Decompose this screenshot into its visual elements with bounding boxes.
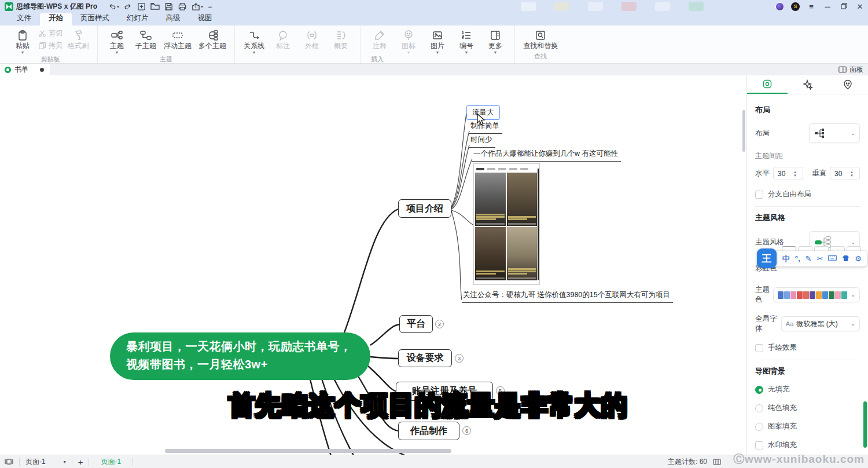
- central-topic[interactable]: 暴利项目，一天花俩小时，玩励志书单号，视频带图书，一月轻松3w+: [110, 332, 370, 380]
- view-columns-icon[interactable]: [713, 459, 721, 465]
- relation-line-button[interactable]: 关系线▼: [241, 28, 267, 54]
- ime-language-icon[interactable]: 中: [782, 255, 790, 262]
- format-painter-button[interactable]: 格式刷: [65, 28, 91, 50]
- restore-button[interactable]: [839, 2, 848, 11]
- note-button[interactable]: 注释: [366, 28, 393, 50]
- tab-view[interactable]: 视图: [189, 12, 221, 25]
- new-file-button[interactable]: [137, 2, 146, 11]
- branch-topic-project-intro[interactable]: 项目介绍: [398, 199, 451, 218]
- branch-topic-platform[interactable]: 平台: [399, 315, 433, 333]
- tab-page-style[interactable]: 页面样式: [72, 12, 118, 25]
- bg-pattern-fill-radio[interactable]: [755, 423, 763, 431]
- video-subtitle-overlay: 首先咱这个项目的流量是非常大的: [0, 388, 746, 423]
- panel-toggle-button[interactable]: 面板: [838, 64, 863, 75]
- mindmap-canvas[interactable]: 暴利项目，一天花俩小时，玩励志书单号，视频带图书，一月轻松3w+ 项目介绍 平台…: [0, 75, 746, 455]
- branch-topic-production[interactable]: 作品制作: [398, 422, 459, 440]
- horizontal-spacing-stepper[interactable]: ▲▼: [773, 167, 803, 180]
- share-button[interactable]: ▾: [192, 2, 203, 11]
- icon-button[interactable]: 图标▼: [395, 28, 422, 54]
- undo-dropdown-caret[interactable]: ▾: [117, 4, 119, 9]
- feed-thumbnail: [475, 227, 506, 280]
- stepper-arrows[interactable]: ▲▼: [793, 170, 797, 177]
- redo-button[interactable]: [124, 2, 133, 10]
- floating-topic-button[interactable]: 浮动主题: [161, 28, 194, 50]
- theme-color-dropdown[interactable]: ⌄: [773, 287, 860, 302]
- subtopic-less-time[interactable]: 时间少: [469, 135, 495, 148]
- page-tab-active[interactable]: 页面-1: [95, 457, 127, 467]
- vertical-spacing-input[interactable]: [830, 170, 849, 178]
- tab-home[interactable]: 开始: [40, 12, 72, 25]
- close-button[interactable]: ✕: [855, 2, 865, 11]
- share-dropdown-caret[interactable]: ▾: [201, 4, 203, 9]
- bg-solid-fill-radio[interactable]: [755, 404, 763, 412]
- topic-button[interactable]: 主题▼: [104, 28, 130, 54]
- subtopic-easy-to-make[interactable]: 制作简单: [469, 121, 502, 134]
- ime-logo-icon[interactable]: 王: [757, 248, 777, 268]
- ime-skin-icon[interactable]: [842, 255, 849, 263]
- ime-keyboard-icon[interactable]: [828, 255, 837, 262]
- panel-scrollbar[interactable]: [863, 401, 867, 448]
- free-branch-layout-label: 分支自由布局: [768, 189, 811, 199]
- horizontal-spacing-input[interactable]: [774, 170, 792, 178]
- collapsed-count-badge[interactable]: 2: [435, 320, 444, 328]
- bg-no-fill-radio[interactable]: [755, 386, 763, 394]
- tab-advanced[interactable]: 高级: [157, 12, 189, 25]
- summary-button[interactable]: 概要: [328, 28, 354, 50]
- subtopic-official-account[interactable]: 关注公众号：硬核九哥 送你价值3980的15个互联网大有可为项目: [462, 290, 673, 303]
- feed-thumbnail: [507, 173, 538, 226]
- add-page-button[interactable]: +: [78, 457, 83, 467]
- ribbon-group-insert: 注释 图标▼ 图片▼ 编号▼ 更多▼ 插入: [361, 25, 515, 63]
- page-selector-dropdown[interactable]: 页面-1▾: [25, 457, 66, 467]
- more-button[interactable]: 更多▼: [482, 28, 509, 54]
- print-button[interactable]: [178, 2, 187, 11]
- branch-topic-equipment[interactable]: 设备要求: [398, 349, 452, 367]
- customize-toolbar-button[interactable]: ≂: [208, 3, 212, 10]
- global-font-dropdown[interactable]: Aa 微软雅黑 (大) ⌄: [781, 316, 860, 331]
- hand-drawn-checkbox[interactable]: [755, 344, 763, 352]
- ime-punctuation-icon[interactable]: °,: [795, 255, 800, 262]
- cut-button[interactable]: 剪切: [38, 28, 62, 38]
- collapsed-count-badge[interactable]: 6: [462, 426, 471, 435]
- membership-badge-icon[interactable]: S: [791, 2, 800, 11]
- multi-topic-button[interactable]: 多个主题: [196, 28, 229, 50]
- image-button[interactable]: 图片▼: [424, 28, 451, 54]
- tab-slides[interactable]: 幻灯片: [118, 12, 157, 25]
- panel-tab-ai-sparkle[interactable]: [788, 75, 828, 94]
- stepper-arrows[interactable]: ▲▼: [850, 170, 854, 177]
- panel-tab-sticker[interactable]: [827, 75, 868, 94]
- save-button[interactable]: [164, 2, 173, 11]
- ime-toolbar[interactable]: 王 中 °, ✎ ✂ ⚙: [765, 251, 867, 266]
- numbering-button[interactable]: 编号▼: [453, 28, 480, 54]
- user-avatar[interactable]: [775, 2, 784, 11]
- vertical-spacing-stepper[interactable]: ▲▼: [830, 167, 860, 180]
- hamburger-menu-button[interactable]: ≡: [807, 2, 816, 11]
- theme-color-label: 主题色: [755, 285, 773, 305]
- page-overview-icon[interactable]: [5, 458, 13, 465]
- embedded-feed-image[interactable]: [473, 163, 540, 285]
- collapsed-count-badge[interactable]: 3: [455, 354, 464, 363]
- tab-file[interactable]: 文件: [8, 12, 40, 25]
- open-folder-button[interactable]: [150, 2, 160, 10]
- paste-button[interactable]: 粘贴▼: [9, 28, 36, 54]
- ribbon-group-relation: 关系线▼ 标注 外框 概要: [235, 25, 361, 63]
- canvas-vertical-scrollbar[interactable]: [742, 110, 745, 152]
- panel-tab-style[interactable]: [747, 75, 788, 94]
- find-replace-button[interactable]: 查找和替换: [521, 28, 560, 50]
- canvas-horizontal-scrollbar[interactable]: [165, 449, 451, 453]
- outer-frame-button[interactable]: 外框: [299, 28, 325, 50]
- ime-clip-icon[interactable]: ✂: [816, 255, 823, 262]
- undo-button[interactable]: ▾: [108, 2, 119, 10]
- bg-watermark-fill-checkbox[interactable]: [755, 441, 763, 449]
- feed-tab-strip: [475, 165, 537, 171]
- subtopic-viral-potential[interactable]: 一个作品大爆都能让你赚到几个w 有这可能性: [472, 149, 621, 162]
- callout-button[interactable]: 标注: [270, 28, 296, 50]
- ime-handwrite-icon[interactable]: ✎: [806, 255, 812, 262]
- ribbon-group-clipboard: 粘贴▼ 剪切 拷贝 格式刷 剪贴板: [3, 25, 98, 63]
- document-tab-booklist[interactable]: 书单: [0, 64, 50, 75]
- ime-settings-icon[interactable]: ⚙: [855, 255, 862, 262]
- layout-dropdown[interactable]: ⌄: [809, 123, 860, 143]
- copy-button[interactable]: 拷贝: [38, 41, 62, 50]
- subtopic-button[interactable]: 子主题: [133, 28, 159, 50]
- minimize-button[interactable]: ─: [823, 2, 832, 11]
- free-branch-layout-checkbox[interactable]: [755, 191, 763, 199]
